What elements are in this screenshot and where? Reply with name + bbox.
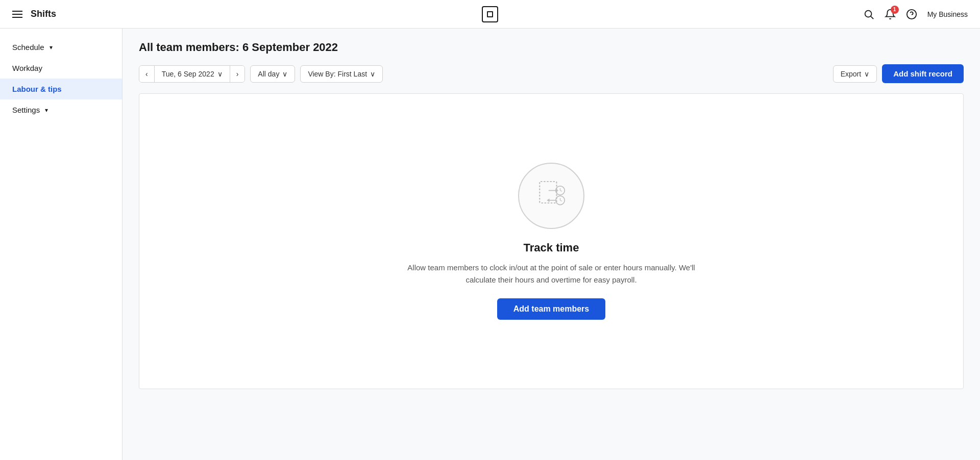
next-date-button[interactable]: ›: [230, 66, 245, 82]
chevron-down-icon-settings: ▾: [45, 107, 48, 114]
sidebar-item-label-workday: Workday: [12, 64, 42, 72]
add-shift-record-button[interactable]: Add shift record: [882, 64, 964, 83]
date-label: Tue, 6 Sep 2022: [162, 70, 214, 78]
sidebar: Schedule ▾ Workday Labour & tips Setting…: [0, 29, 122, 460]
sidebar-item-workday[interactable]: Workday: [0, 58, 122, 79]
svg-line-9: [560, 191, 562, 192]
square-logo: [482, 6, 498, 22]
search-button[interactable]: [863, 9, 874, 20]
top-navigation: Shifts 1 My Business: [0, 0, 980, 29]
svg-line-14: [560, 200, 562, 201]
square-logo-inner: [487, 11, 493, 17]
notification-badge: 1: [891, 6, 899, 14]
app-title: Shifts: [31, 9, 56, 19]
page-title: All team members: 6 September 2022: [139, 41, 964, 54]
chevron-down-icon-date: ∨: [217, 70, 223, 78]
main-layout: Schedule ▾ Workday Labour & tips Setting…: [0, 0, 980, 460]
chevron-left-icon: ‹: [145, 70, 148, 78]
date-display[interactable]: Tue, 6 Sep 2022 ∨: [154, 66, 230, 82]
help-button[interactable]: [906, 9, 917, 20]
content-panel: Track time Allow team members to clock i…: [139, 93, 964, 389]
chevron-down-icon-viewby: ∨: [370, 70, 375, 78]
chevron-down-icon: ▾: [50, 44, 53, 51]
chevron-right-icon: ›: [236, 70, 239, 78]
business-name: My Business: [927, 10, 968, 18]
chevron-down-icon-allday: ∨: [282, 70, 287, 78]
svg-point-0: [865, 10, 871, 17]
svg-marker-11: [547, 198, 549, 202]
empty-state: Track time Allow team members to clock i…: [393, 142, 709, 340]
view-by-button[interactable]: View By: First Last ∨: [300, 65, 383, 83]
chevron-down-icon-export: ∨: [864, 70, 869, 78]
date-navigation-group: ‹ Tue, 6 Sep 2022 ∨ ›: [139, 65, 245, 83]
prev-date-button[interactable]: ‹: [139, 66, 154, 82]
sidebar-item-label-labour-tips: Labour & tips: [12, 85, 62, 93]
track-time-icon: [533, 178, 569, 214]
main-content: All team members: 6 September 2022 ‹ Tue…: [122, 29, 980, 460]
toolbar: ‹ Tue, 6 Sep 2022 ∨ › All day ∨ View By:…: [139, 64, 964, 83]
empty-state-description: Allow team members to clock in/out at th…: [403, 262, 699, 286]
svg-line-1: [871, 16, 873, 19]
help-icon: [906, 9, 917, 20]
all-day-button[interactable]: All day ∨: [250, 65, 295, 83]
export-label: Export: [841, 70, 861, 78]
sidebar-item-label-schedule: Schedule: [12, 43, 44, 52]
hamburger-icon: [12, 11, 22, 18]
add-team-members-button[interactable]: Add team members: [497, 298, 606, 320]
export-button[interactable]: Export ∨: [833, 65, 877, 83]
hamburger-menu-button[interactable]: [12, 11, 22, 18]
search-icon: [863, 9, 874, 20]
view-by-label: View By: First Last: [308, 70, 367, 78]
track-time-icon-wrapper: [518, 163, 584, 229]
sidebar-item-labour-tips[interactable]: Labour & tips: [0, 79, 122, 99]
sidebar-item-label-settings: Settings: [12, 106, 40, 114]
sidebar-item-schedule[interactable]: Schedule ▾: [0, 37, 122, 58]
sidebar-item-settings[interactable]: Settings ▾: [0, 99, 122, 120]
all-day-label: All day: [258, 70, 279, 78]
empty-state-title: Track time: [403, 241, 699, 254]
